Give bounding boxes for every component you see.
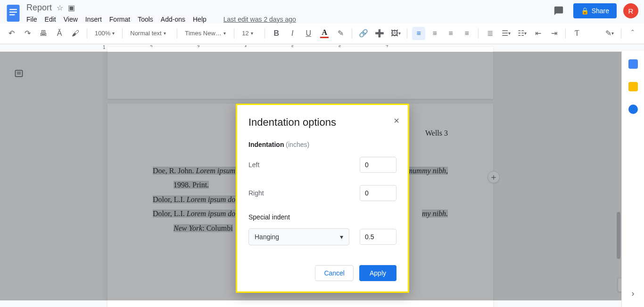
ruler-tick: 1 bbox=[103, 45, 106, 50]
highlight-button[interactable]: ✎ bbox=[334, 27, 347, 40]
special-indent-select[interactable]: Hanging ▾ bbox=[248, 228, 349, 245]
insert-comment-button[interactable]: ➕ bbox=[373, 27, 386, 40]
paint-format-button[interactable]: 🖌 bbox=[69, 27, 82, 40]
underline-button[interactable]: U bbox=[302, 27, 315, 40]
menu-addons[interactable]: Add-ons bbox=[161, 16, 185, 23]
app-header: Report ☆ ▣ File Edit View Insert Format … bbox=[0, 0, 644, 24]
close-icon[interactable]: × bbox=[394, 115, 399, 126]
side-panel: › bbox=[621, 51, 644, 307]
redo-button[interactable]: ↷ bbox=[21, 27, 34, 40]
spellcheck-button[interactable]: Ă bbox=[53, 27, 66, 40]
menu-file[interactable]: File bbox=[26, 16, 37, 23]
chevron-down-icon: ▾ bbox=[112, 31, 115, 36]
label-text: Indentation bbox=[248, 141, 284, 148]
select-value: Hanging bbox=[255, 233, 279, 241]
insert-image-button[interactable]: 🖼▾ bbox=[389, 27, 402, 40]
share-label: Share bbox=[592, 7, 609, 15]
right-indent-input[interactable] bbox=[360, 185, 396, 201]
text-color-button[interactable]: A bbox=[318, 27, 331, 40]
toolbar: ↶ ↷ 🖶 Ă 🖌 100%▾ Normal text▾ Times New…▾… bbox=[0, 24, 644, 44]
editor-workspace: Wells 3 Doe, R. John. Lorem ipsum do mum… bbox=[0, 52, 644, 300]
separator bbox=[234, 28, 234, 39]
left-indent-label: Left bbox=[248, 161, 259, 169]
separator bbox=[565, 28, 566, 39]
numbered-list-button[interactable]: ☰▾ bbox=[499, 27, 512, 40]
font-size-value: 12 bbox=[242, 30, 248, 37]
move-folder-icon[interactable]: ▣ bbox=[68, 3, 75, 12]
align-justify-button[interactable]: ≡ bbox=[460, 27, 473, 40]
align-left-button[interactable]: ≡ bbox=[412, 27, 425, 40]
separator bbox=[352, 28, 352, 39]
style-value: Normal text bbox=[130, 30, 161, 37]
menu-tools[interactable]: Tools bbox=[138, 16, 153, 23]
separator bbox=[177, 28, 177, 39]
insert-link-button[interactable]: 🔗 bbox=[357, 27, 370, 40]
menu-bar: File Edit View Insert Format Tools Add-o… bbox=[26, 16, 296, 23]
svg-rect-1 bbox=[9, 9, 17, 10]
left-indent-input[interactable] bbox=[360, 157, 396, 173]
apply-button[interactable]: Apply bbox=[359, 265, 396, 281]
side-panel-expand-icon[interactable]: › bbox=[632, 289, 635, 299]
doc-title[interactable]: Report bbox=[26, 3, 52, 13]
undo-button[interactable]: ↶ bbox=[5, 27, 18, 40]
italic-button[interactable]: I bbox=[286, 27, 299, 40]
tasks-icon[interactable] bbox=[628, 105, 638, 114]
line-spacing-button[interactable]: ≣ bbox=[483, 27, 496, 40]
align-center-button[interactable]: ≡ bbox=[428, 27, 441, 40]
cancel-button[interactable]: Cancel bbox=[315, 265, 354, 281]
svg-rect-3 bbox=[9, 14, 15, 15]
chevron-down-icon: ▾ bbox=[251, 31, 253, 36]
bulleted-list-button[interactable]: ☷▾ bbox=[515, 27, 528, 40]
title-area: Report ☆ ▣ File Edit View Insert Format … bbox=[26, 3, 296, 23]
chevron-down-icon: ▾ bbox=[164, 31, 166, 36]
account-avatar[interactable]: R bbox=[623, 3, 638, 18]
separator bbox=[87, 28, 87, 39]
print-button[interactable]: 🖶 bbox=[37, 27, 50, 40]
separator bbox=[621, 28, 621, 39]
clear-formatting-button[interactable]: Ƭ bbox=[570, 27, 584, 40]
zoom-dropdown[interactable]: 100%▾ bbox=[92, 27, 117, 40]
star-icon[interactable]: ☆ bbox=[57, 3, 63, 12]
last-edit-link[interactable]: Last edit was 2 days ago bbox=[223, 16, 296, 23]
indentation-options-dialog: Indentation options × Indentation (inche… bbox=[236, 104, 409, 293]
editing-mode-button[interactable]: ✎▾ bbox=[603, 27, 616, 40]
docs-logo-icon[interactable] bbox=[5, 3, 22, 24]
menu-format[interactable]: Format bbox=[109, 16, 130, 23]
left-indent-row: Left bbox=[248, 157, 396, 173]
chevron-down-icon: ▾ bbox=[340, 233, 343, 241]
indentation-section-label: Indentation (inches) bbox=[248, 141, 396, 148]
special-indent-input[interactable] bbox=[360, 229, 396, 245]
right-indent-label: Right bbox=[248, 189, 264, 197]
bold-button[interactable]: B bbox=[270, 27, 283, 40]
font-family-dropdown[interactable]: Times New…▾ bbox=[182, 27, 229, 40]
calendar-icon[interactable] bbox=[628, 59, 638, 69]
svg-rect-2 bbox=[9, 12, 17, 13]
label-unit: (inches) bbox=[284, 141, 309, 148]
zoom-value: 100% bbox=[95, 30, 110, 37]
lock-icon: 🔒 bbox=[581, 7, 589, 15]
font-value: Times New… bbox=[185, 30, 222, 37]
menu-view[interactable]: View bbox=[64, 16, 78, 23]
svg-rect-0 bbox=[7, 5, 20, 22]
paragraph-style-dropdown[interactable]: Normal text▾ bbox=[127, 27, 172, 40]
special-indent-row: Hanging ▾ bbox=[248, 228, 396, 245]
comments-icon[interactable] bbox=[551, 3, 567, 19]
menu-edit[interactable]: Edit bbox=[45, 16, 56, 23]
hide-menus-button[interactable]: ˆ bbox=[626, 27, 639, 40]
font-size-dropdown[interactable]: 12▾ bbox=[239, 27, 260, 40]
align-right-button[interactable]: ≡ bbox=[444, 27, 457, 40]
keep-icon[interactable] bbox=[628, 82, 638, 91]
separator bbox=[122, 28, 123, 39]
separator bbox=[264, 28, 265, 39]
menu-insert[interactable]: Insert bbox=[85, 16, 102, 23]
share-button[interactable]: 🔒 Share bbox=[573, 3, 617, 18]
separator bbox=[407, 28, 407, 39]
dialog-actions: Cancel Apply bbox=[248, 265, 396, 281]
dialog-title: Indentation options bbox=[248, 116, 396, 129]
header-right: 🔒 Share R bbox=[551, 3, 638, 19]
menu-help[interactable]: Help bbox=[193, 16, 206, 23]
separator bbox=[478, 28, 479, 39]
increase-indent-button[interactable]: ⇥ bbox=[547, 27, 561, 40]
special-indent-label: Special indent bbox=[248, 213, 396, 221]
decrease-indent-button[interactable]: ⇤ bbox=[531, 27, 545, 40]
